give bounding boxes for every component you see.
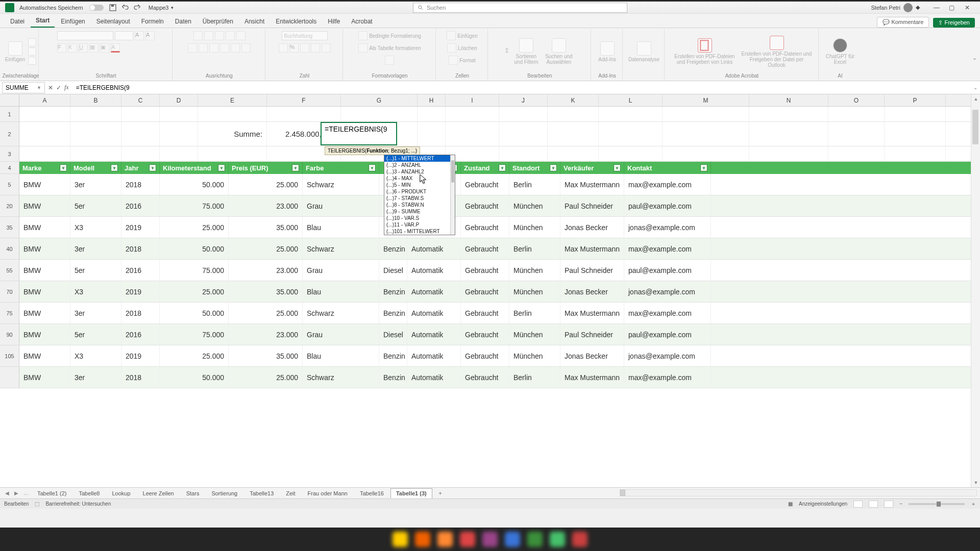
- increase-decimal-icon[interactable]: [311, 43, 320, 53]
- align-left-icon[interactable]: [188, 43, 197, 53]
- copy-icon[interactable]: [28, 47, 36, 56]
- cell[interactable]: München: [509, 281, 560, 302]
- cell[interactable]: BMW: [19, 281, 70, 302]
- cell[interactable]: Automatik: [407, 238, 461, 259]
- currency-icon[interactable]: [279, 43, 288, 53]
- cell[interactable]: 25.000: [229, 367, 303, 388]
- cell[interactable]: Paul Schneider: [560, 195, 624, 216]
- horizontal-scrollbar[interactable]: [620, 489, 977, 496]
- formula-input[interactable]: =TEILERGEBNIS(9: [72, 83, 971, 92]
- column-header-C[interactable]: C: [121, 94, 160, 106]
- cell[interactable]: jonas@example.com: [624, 345, 711, 366]
- column-header-J[interactable]: J: [499, 94, 548, 106]
- function-list-scrollbar[interactable]: [450, 155, 455, 235]
- cell[interactable]: 25.000: [160, 345, 229, 366]
- bold-button[interactable]: F: [57, 43, 66, 53]
- sheet-tab[interactable]: Tabelle13: [244, 488, 279, 498]
- align-top-icon[interactable]: [193, 31, 203, 40]
- scroll-up-icon[interactable]: ▲: [971, 94, 980, 104]
- filter-button[interactable]: ▾: [700, 164, 707, 171]
- filter-button[interactable]: ▾: [60, 164, 67, 171]
- confirm-formula-icon[interactable]: ✓: [56, 84, 61, 91]
- cell[interactable]: 25.000: [160, 281, 229, 302]
- column-header-B[interactable]: B: [70, 94, 121, 106]
- cell[interactable]: BMW: [19, 195, 70, 216]
- cell[interactable]: Blau: [303, 217, 379, 238]
- orientation-icon[interactable]: [226, 31, 235, 40]
- align-middle-icon[interactable]: [204, 31, 213, 40]
- tab-entwickler[interactable]: Entwicklertools: [271, 15, 322, 28]
- taskbar-app[interactable]: [550, 532, 565, 547]
- increase-indent-icon[interactable]: [231, 43, 240, 53]
- cell[interactable]: max@example.com: [624, 367, 711, 388]
- sheet-tab[interactable]: Tabelle1 (2): [32, 488, 72, 498]
- cell[interactable]: jonas@example.com: [624, 217, 711, 238]
- cell[interactable]: 3er: [70, 367, 121, 388]
- cell[interactable]: Benzin: [379, 345, 407, 366]
- cell[interactable]: 3er: [70, 238, 121, 259]
- column-header-K[interactable]: K: [548, 94, 599, 106]
- delete-cells-button[interactable]: Löschen: [447, 43, 477, 53]
- cell[interactable]: 2019: [121, 217, 160, 238]
- tab-ueberpruefen[interactable]: Überprüfen: [198, 15, 238, 28]
- column-header-A[interactable]: A: [19, 94, 70, 106]
- table-header-kontakt[interactable]: Kontakt▾: [624, 162, 711, 174]
- cell[interactable]: [418, 122, 446, 146]
- cell[interactable]: Automatik: [407, 345, 461, 366]
- cell[interactable]: Automatik: [407, 260, 461, 281]
- filter-button[interactable]: ▾: [292, 164, 299, 171]
- cell[interactable]: [446, 122, 499, 146]
- table-header-preis[interactable]: Preis (EUR)▾: [229, 162, 303, 174]
- cell[interactable]: [499, 146, 548, 161]
- row-header[interactable]: 75: [0, 303, 19, 324]
- cell[interactable]: München: [509, 260, 560, 281]
- cell[interactable]: Diesel: [379, 260, 407, 281]
- underline-button[interactable]: U: [79, 43, 88, 53]
- column-header-D[interactable]: D: [160, 94, 198, 106]
- cell[interactable]: paul@example.com: [624, 324, 711, 345]
- table-header-kilometerstand[interactable]: Kilometerstand▾: [160, 162, 229, 174]
- cell[interactable]: Gebraucht: [461, 324, 509, 345]
- function-list-item[interactable]: (...)7 - STABW.S: [384, 195, 455, 202]
- collapse-ribbon-icon[interactable]: ⌄: [972, 55, 977, 61]
- font-size-picker[interactable]: [115, 31, 133, 40]
- function-list-item[interactable]: (...)11 - VAR.P: [384, 221, 455, 228]
- cell[interactable]: Gebraucht: [461, 195, 509, 216]
- sheet-tab[interactable]: Tabelle8: [73, 488, 105, 498]
- cell[interactable]: [599, 146, 663, 161]
- cell[interactable]: München: [509, 217, 560, 238]
- cell[interactable]: BMW: [19, 174, 70, 195]
- zoom-slider[interactable]: [909, 503, 965, 505]
- cell[interactable]: Schwarz: [303, 367, 379, 388]
- tab-formeln[interactable]: Formeln: [136, 15, 169, 28]
- cell[interactable]: [446, 107, 499, 121]
- cell[interactable]: 25.000: [229, 174, 303, 195]
- filter-button[interactable]: ▾: [550, 164, 557, 171]
- table-header-jahr[interactable]: Jahr▾: [121, 162, 160, 174]
- chatgpt-button[interactable]: ChatGPT für Excel: [825, 38, 855, 65]
- table-header-farbe[interactable]: Farbe▾: [303, 162, 379, 174]
- cell[interactable]: [198, 107, 267, 121]
- cell[interactable]: Berlin: [509, 238, 560, 259]
- cell[interactable]: Max Mustermann: [560, 367, 624, 388]
- table-header-standort[interactable]: Standort▾: [509, 162, 560, 174]
- cell[interactable]: 23.000: [229, 260, 303, 281]
- cell[interactable]: Automatik: [407, 303, 461, 323]
- cell[interactable]: Gebraucht: [461, 281, 509, 302]
- fx-icon[interactable]: fx: [64, 84, 69, 91]
- cell[interactable]: Gebraucht: [461, 217, 509, 238]
- cell[interactable]: Max Mustermann: [560, 174, 624, 195]
- filter-button[interactable]: ▾: [369, 164, 376, 171]
- cell[interactable]: [885, 146, 946, 161]
- format-as-table-button[interactable]: Als Tabelle formatieren: [358, 43, 421, 53]
- column-header-N[interactable]: N: [749, 94, 828, 106]
- find-select-button[interactable]: Suchen und Auswählen: [544, 38, 574, 65]
- close-button[interactable]: ✕: [960, 3, 975, 13]
- cell[interactable]: Grau: [303, 324, 379, 345]
- cell[interactable]: [121, 107, 160, 121]
- comma-icon[interactable]: [300, 43, 309, 53]
- scroll-thumb[interactable]: [972, 110, 978, 144]
- add-sheet-button[interactable]: ＋: [433, 489, 447, 497]
- cell[interactable]: 25.000: [229, 238, 303, 259]
- cell[interactable]: [499, 107, 548, 121]
